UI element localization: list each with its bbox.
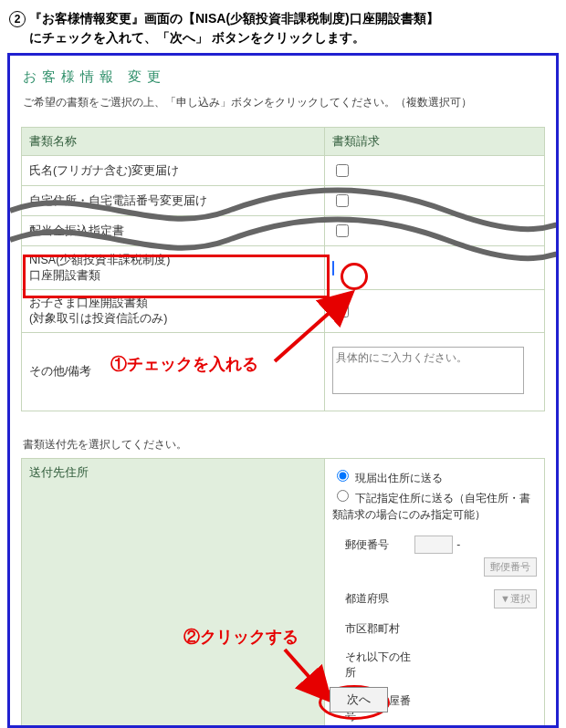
table-row: 配当金振込指定書 [22,216,545,246]
doc-name: 配当金振込指定書 [22,216,325,246]
step-number: 2 [9,11,26,27]
next-button[interactable]: 次へ [330,687,388,712]
doc-checkbox-nisa[interactable] [332,261,334,276]
radio-label: 下記指定住所に送る（自宅住所・書類請求の場合にのみ指定可能） [332,492,529,521]
postal-label: 郵便番号 [332,537,414,553]
other-textarea[interactable] [332,347,524,394]
addr-header: 送付先住所 [22,459,325,729]
doc-name: 自宅住所・自宅電話番号変更届け [22,186,325,216]
documents-table: 書類名称 書類請求 氏名(フリガナ含む)変更届け 自宅住所・自宅電話番号変更届け… [21,127,545,411]
step-heading: 2『お客様情報変更』画面の【NISA(少額投資非課税制度)口座開設書類】 にチェ… [7,7,559,53]
doc-checkbox[interactable] [336,305,349,317]
postal-input-1[interactable] [414,536,453,554]
pref-select[interactable]: ▼選択 [494,589,537,608]
doc-checkbox[interactable] [336,194,349,207]
col-header-name: 書類名称 [22,128,325,156]
doc-name: 氏名(フリガナ含む)変更届け [22,156,325,186]
postal-lookup-button[interactable]: 郵便番号 [484,557,537,577]
doc-name: お子さま口座開設書類 (対象取引は投資信託のみ) [22,290,325,333]
radio-label: 現届出住所に送る [355,472,443,484]
other-label: その他/備考 [22,333,325,411]
doc-checkbox[interactable] [336,224,349,237]
col-header-request: 書類請求 [325,128,545,156]
table-row: 氏名(フリガナ含む)変更届け [22,156,545,186]
instruction-text-2: 書類送付先を選択してください。 [23,437,545,452]
doc-checkbox[interactable] [336,164,349,177]
page-title: お客様情報 変更 [21,65,545,95]
table-row: 自宅住所・自宅電話番号変更届け [22,186,545,216]
radio-specified-address[interactable] [337,490,349,502]
instruction-text: ご希望の書類をご選択の上、「申し込み」ボタンをクリックしてください。（複数選択可… [23,95,545,110]
city-label: 市区郡町村 [332,621,414,637]
pref-label: 都道府県 [332,591,414,607]
address-table: 送付先住所 現届出住所に送る 下記指定住所に送る（自宅住所・書類請求の場合にのみ… [21,458,545,728]
doc-name-nisa: NISA(少額投資非課税制度) 口座開設書類 [22,246,325,290]
table-row-other: その他/備考 [22,333,545,411]
screenshot-frame: お客様情報 変更 ご希望の書類をご選択の上、「申し込み」ボタンをクリックしてくだ… [7,53,559,728]
radio-current-address[interactable] [337,470,349,482]
table-row: NISA(少額投資非課税制度) 口座開設書類 [22,246,545,290]
table-row: お子さま口座開設書類 (対象取引は投資信託のみ) [22,290,545,333]
rest-label: それ以下の住所 [332,650,414,681]
